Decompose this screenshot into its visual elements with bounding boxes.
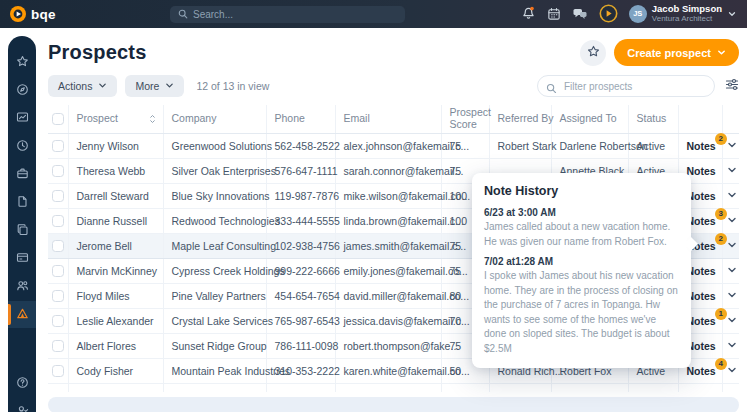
row-expand-chevron-icon[interactable] <box>727 165 737 177</box>
sidebar-item-billing[interactable] <box>8 217 36 245</box>
card-icon <box>16 250 29 268</box>
notes-badge: 2 <box>715 233 727 245</box>
compass-icon <box>16 82 29 100</box>
column-settings-icon[interactable] <box>725 77 739 95</box>
cell-prospect: Jenny Wilson <box>68 133 163 158</box>
sidebar-item-projects[interactable] <box>8 161 36 189</box>
sidebar-item-time[interactable] <box>8 133 36 161</box>
cell-prospect: Floyd Miles <box>68 283 163 308</box>
cell-company: Mountain Peak Industries <box>163 358 266 383</box>
cell-company: Crystal Lake Services <box>163 308 266 333</box>
rows-in-view-count: 12 of 13 in view <box>196 80 269 92</box>
cell-company: Redwood Technologies <box>163 208 266 233</box>
cell-prospect: Theresa Webb <box>68 158 163 183</box>
user-check-icon <box>16 403 29 412</box>
sidebar-nav <box>8 36 36 412</box>
star-icon <box>16 54 29 72</box>
clock-icon <box>16 138 29 156</box>
table-row[interactable]: Jenny WilsonGreenwood Solutions562-458-2… <box>48 133 739 158</box>
cell-phone: 310-353-2222 <box>266 358 335 383</box>
cell-phone: 999-222-6666 <box>266 258 335 283</box>
notes-badge: 3 <box>715 208 727 220</box>
user-menu[interactable]: JS Jacob Simpson Ventura Architect <box>629 4 737 23</box>
user-menu-chevron-icon <box>727 9 737 19</box>
row-checkbox[interactable] <box>52 365 64 377</box>
walkthrough-play-icon[interactable] <box>599 4 618 23</box>
filter-prospects-input[interactable] <box>537 75 715 97</box>
sidebar-item-prospects[interactable] <box>8 301 36 328</box>
row-checkbox[interactable] <box>52 140 64 152</box>
cell-phone: 119-987-7876 <box>266 183 335 208</box>
chart-icon <box>16 110 29 128</box>
row-expand-chevron-icon[interactable] <box>727 265 737 277</box>
cell-prospect: Leslie Alexander <box>68 308 163 333</box>
cell-prospect: Cody Fisher <box>68 358 163 383</box>
create-prospect-button[interactable]: Create prospect <box>614 39 739 66</box>
row-expand-chevron-icon[interactable] <box>727 340 737 352</box>
table-row[interactable] <box>48 383 739 392</box>
row-expand-chevron-icon[interactable] <box>727 365 737 377</box>
note-history-popup: Note History 6/23 at 3:00 AM James calle… <box>472 173 691 368</box>
page-title: Prospects <box>48 41 580 64</box>
cell-prospect: Darrell Steward <box>68 183 163 208</box>
app-logo[interactable]: bqe <box>10 6 170 22</box>
notes-button[interactable]: Notes <box>687 165 716 177</box>
row-checkbox[interactable] <box>52 215 64 227</box>
chevron-down-icon <box>98 80 107 92</box>
sidebar-item-payments[interactable] <box>8 245 36 273</box>
row-checkbox[interactable] <box>52 240 64 252</box>
row-checkbox[interactable] <box>52 190 64 202</box>
cell-email: robert.thompson@fake... <box>335 333 441 358</box>
sidebar-item-dashboard[interactable] <box>8 77 36 105</box>
note-entry: 6/23 at 3:00 AM James called about a new… <box>484 207 679 249</box>
notes-button[interactable]: Notes4 <box>687 365 716 377</box>
cell-company: Blue Sky Innovations <box>163 183 266 208</box>
search-placeholder: Search... <box>193 9 233 20</box>
sidebar-item-favorites[interactable] <box>8 49 36 77</box>
note-entry: 7/02 at1:28 AM I spoke with James about … <box>484 256 679 356</box>
topbar: bqe Search... <box>0 0 747 28</box>
row-expand-chevron-icon[interactable] <box>727 190 737 202</box>
global-search-input[interactable]: Search... <box>170 6 405 23</box>
row-expand-chevron-icon[interactable] <box>727 315 737 327</box>
row-expand-chevron-icon[interactable] <box>727 240 737 252</box>
horizontal-scrollbar[interactable] <box>48 397 739 412</box>
sidebar-item-profile[interactable] <box>8 398 36 412</box>
notes-button[interactable]: Notes2 <box>687 140 716 152</box>
sort-icon[interactable] <box>148 114 157 127</box>
cell-company: Pine Valley Partners <box>163 283 266 308</box>
more-button[interactable]: More <box>125 75 184 97</box>
favorite-page-button[interactable] <box>580 40 606 66</box>
cell-phone: 102-938-4756 <box>266 233 335 258</box>
cell-phone: 333-444-5555 <box>266 208 335 233</box>
actions-button[interactable]: Actions <box>48 75 117 97</box>
calendar-icon[interactable] <box>547 7 561 21</box>
notes-badge: 2 <box>715 133 727 145</box>
sidebar-item-reports[interactable] <box>8 105 36 133</box>
sidebar-item-help[interactable] <box>8 370 36 398</box>
row-checkbox[interactable] <box>52 340 64 352</box>
row-expand-chevron-icon[interactable] <box>727 215 737 227</box>
bqe-logo-icon <box>10 6 26 22</box>
row-expand-chevron-icon[interactable] <box>727 290 737 302</box>
sidebar-item-documents[interactable] <box>8 189 36 217</box>
row-checkbox[interactable] <box>52 165 64 177</box>
cell-assigned: Darlene Robertson <box>551 133 628 158</box>
user-avatar: JS <box>629 5 647 23</box>
prospects-icon <box>16 306 29 324</box>
cell-phone: 454-654-7654 <box>266 283 335 308</box>
search-icon <box>546 80 557 98</box>
cell-company: Sunset Ridge Group <box>163 333 266 358</box>
cell-email: jessica.davis@fakemail.c... <box>335 308 441 333</box>
cell-email: david.miller@fakemail.co... <box>335 283 441 308</box>
cell-company: Greenwood Solutions <box>163 133 266 158</box>
row-expand-chevron-icon[interactable] <box>727 140 737 152</box>
sidebar-item-contacts[interactable] <box>8 273 36 301</box>
cell-email: emily.jones@fakemail.co... <box>335 258 441 283</box>
row-checkbox[interactable] <box>52 290 64 302</box>
select-all-checkbox[interactable] <box>52 113 64 125</box>
messages-icon[interactable] <box>572 7 588 21</box>
notifications-bell-icon[interactable] <box>521 6 536 21</box>
row-checkbox[interactable] <box>52 265 64 277</box>
row-checkbox[interactable] <box>52 315 64 327</box>
